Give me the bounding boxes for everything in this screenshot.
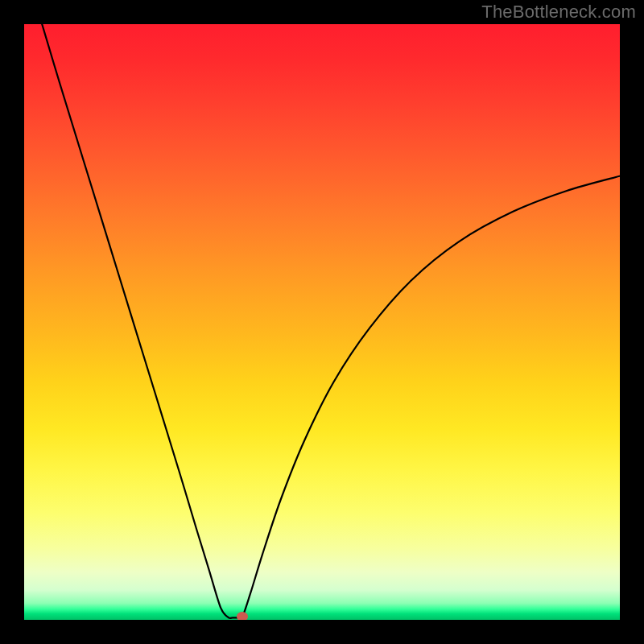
chart-frame: TheBottleneck.com: [0, 0, 644, 644]
bottleneck-curve: [42, 24, 620, 619]
plot-area: [24, 24, 620, 620]
watermark-text: TheBottleneck.com: [481, 2, 636, 23]
curve-svg: [24, 24, 620, 620]
optimum-marker: [237, 612, 248, 620]
